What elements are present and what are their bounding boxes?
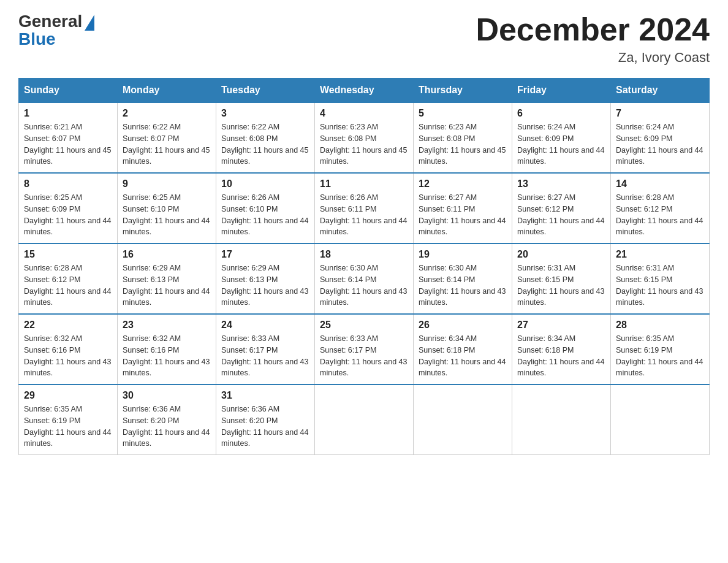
calendar-cell: [315, 385, 414, 455]
day-info: Sunrise: 6:26 AMSunset: 6:11 PMDaylight:…: [320, 192, 408, 238]
calendar-cell: [512, 385, 611, 455]
day-info: Sunrise: 6:23 AMSunset: 6:08 PMDaylight:…: [419, 121, 507, 167]
day-number: 20: [517, 249, 605, 260]
week-row-5: 29 Sunrise: 6:35 AMSunset: 6:19 PMDaylig…: [19, 385, 710, 455]
day-number: 25: [320, 320, 408, 331]
day-info: Sunrise: 6:24 AMSunset: 6:09 PMDaylight:…: [616, 121, 704, 167]
calendar-cell: 2 Sunrise: 6:22 AMSunset: 6:07 PMDayligh…: [118, 102, 216, 173]
day-headers-row: SundayMondayTuesdayWednesdayThursdayFrid…: [19, 79, 710, 103]
day-number: 28: [616, 320, 704, 331]
day-info: Sunrise: 6:28 AMSunset: 6:12 PMDaylight:…: [24, 262, 112, 308]
calendar-cell: 7 Sunrise: 6:24 AMSunset: 6:09 PMDayligh…: [611, 102, 710, 173]
day-number: 14: [616, 178, 704, 190]
calendar-cell: 4 Sunrise: 6:23 AMSunset: 6:08 PMDayligh…: [315, 102, 414, 173]
calendar-cell: 12 Sunrise: 6:27 AMSunset: 6:11 PMDaylig…: [414, 173, 512, 243]
week-row-3: 15 Sunrise: 6:28 AMSunset: 6:12 PMDaylig…: [19, 243, 710, 314]
day-info: Sunrise: 6:31 AMSunset: 6:15 PMDaylight:…: [616, 262, 704, 308]
day-info: Sunrise: 6:30 AMSunset: 6:14 PMDaylight:…: [419, 262, 507, 308]
day-info: Sunrise: 6:22 AMSunset: 6:07 PMDaylight:…: [123, 121, 211, 167]
day-number: 12: [419, 178, 507, 190]
calendar-cell: 8 Sunrise: 6:25 AMSunset: 6:09 PMDayligh…: [19, 173, 118, 243]
day-info: Sunrise: 6:23 AMSunset: 6:08 PMDaylight:…: [320, 121, 408, 167]
calendar-cell: [414, 385, 512, 455]
calendar-cell: 23 Sunrise: 6:32 AMSunset: 6:16 PMDaylig…: [118, 314, 216, 385]
day-info: Sunrise: 6:34 AMSunset: 6:18 PMDaylight:…: [517, 333, 605, 379]
day-info: Sunrise: 6:25 AMSunset: 6:10 PMDaylight:…: [123, 192, 211, 238]
day-info: Sunrise: 6:29 AMSunset: 6:13 PMDaylight:…: [221, 262, 309, 308]
day-number: 21: [616, 249, 704, 260]
day-info: Sunrise: 6:35 AMSunset: 6:19 PMDaylight:…: [24, 404, 112, 450]
day-number: 2: [123, 108, 211, 119]
calendar-cell: 3 Sunrise: 6:22 AMSunset: 6:08 PMDayligh…: [216, 102, 315, 173]
day-info: Sunrise: 6:32 AMSunset: 6:16 PMDaylight:…: [24, 333, 112, 379]
calendar-cell: 26 Sunrise: 6:34 AMSunset: 6:18 PMDaylig…: [414, 314, 512, 385]
calendar-cell: 21 Sunrise: 6:31 AMSunset: 6:15 PMDaylig…: [611, 243, 710, 314]
calendar-cell: 31 Sunrise: 6:36 AMSunset: 6:20 PMDaylig…: [216, 385, 315, 455]
day-number: 4: [320, 108, 408, 119]
day-number: 18: [320, 249, 408, 260]
calendar-cell: 16 Sunrise: 6:29 AMSunset: 6:13 PMDaylig…: [118, 243, 216, 314]
page-header: General Blue December 2024 Za, Ivory Coa…: [18, 12, 710, 66]
day-number: 8: [24, 178, 112, 190]
day-number: 1: [24, 108, 112, 119]
day-info: Sunrise: 6:33 AMSunset: 6:17 PMDaylight:…: [221, 333, 309, 379]
day-info: Sunrise: 6:36 AMSunset: 6:20 PMDaylight:…: [123, 404, 211, 450]
calendar-cell: 24 Sunrise: 6:33 AMSunset: 6:17 PMDaylig…: [216, 314, 315, 385]
calendar-cell: 9 Sunrise: 6:25 AMSunset: 6:10 PMDayligh…: [118, 173, 216, 243]
calendar-cell: 29 Sunrise: 6:35 AMSunset: 6:19 PMDaylig…: [19, 385, 118, 455]
logo: General Blue: [18, 12, 94, 48]
day-info: Sunrise: 6:34 AMSunset: 6:18 PMDaylight:…: [419, 333, 507, 379]
day-number: 31: [221, 390, 309, 401]
day-info: Sunrise: 6:21 AMSunset: 6:07 PMDaylight:…: [24, 121, 112, 167]
day-header-monday: Monday: [118, 79, 216, 103]
day-info: Sunrise: 6:32 AMSunset: 6:16 PMDaylight:…: [123, 333, 211, 379]
calendar-cell: 19 Sunrise: 6:30 AMSunset: 6:14 PMDaylig…: [414, 243, 512, 314]
day-number: 5: [419, 108, 507, 119]
day-number: 15: [24, 249, 112, 260]
day-number: 11: [320, 178, 408, 190]
week-row-2: 8 Sunrise: 6:25 AMSunset: 6:09 PMDayligh…: [19, 173, 710, 243]
day-info: Sunrise: 6:29 AMSunset: 6:13 PMDaylight:…: [123, 262, 211, 308]
calendar-cell: 30 Sunrise: 6:36 AMSunset: 6:20 PMDaylig…: [118, 385, 216, 455]
calendar-cell: 13 Sunrise: 6:27 AMSunset: 6:12 PMDaylig…: [512, 173, 611, 243]
calendar-cell: 1 Sunrise: 6:21 AMSunset: 6:07 PMDayligh…: [19, 102, 118, 173]
day-info: Sunrise: 6:27 AMSunset: 6:12 PMDaylight:…: [517, 192, 605, 238]
day-number: 13: [517, 178, 605, 190]
logo-blue-text: Blue: [18, 31, 56, 48]
day-header-thursday: Thursday: [414, 79, 512, 103]
calendar-table: SundayMondayTuesdayWednesdayThursdayFrid…: [18, 78, 710, 455]
day-number: 24: [221, 320, 309, 331]
day-info: Sunrise: 6:25 AMSunset: 6:09 PMDaylight:…: [24, 192, 112, 238]
day-number: 6: [517, 108, 605, 119]
calendar-cell: 25 Sunrise: 6:33 AMSunset: 6:17 PMDaylig…: [315, 314, 414, 385]
calendar-cell: 17 Sunrise: 6:29 AMSunset: 6:13 PMDaylig…: [216, 243, 315, 314]
calendar-cell: 6 Sunrise: 6:24 AMSunset: 6:09 PMDayligh…: [512, 102, 611, 173]
day-number: 30: [123, 390, 211, 401]
week-row-1: 1 Sunrise: 6:21 AMSunset: 6:07 PMDayligh…: [19, 102, 710, 173]
day-info: Sunrise: 6:22 AMSunset: 6:08 PMDaylight:…: [221, 121, 309, 167]
calendar-cell: 11 Sunrise: 6:26 AMSunset: 6:11 PMDaylig…: [315, 173, 414, 243]
calendar-cell: 10 Sunrise: 6:26 AMSunset: 6:10 PMDaylig…: [216, 173, 315, 243]
day-info: Sunrise: 6:26 AMSunset: 6:10 PMDaylight:…: [221, 192, 309, 238]
day-info: Sunrise: 6:28 AMSunset: 6:12 PMDaylight:…: [616, 192, 704, 238]
month-title: December 2024: [476, 12, 710, 47]
day-number: 17: [221, 249, 309, 260]
day-info: Sunrise: 6:24 AMSunset: 6:09 PMDaylight:…: [517, 121, 605, 167]
calendar-cell: 20 Sunrise: 6:31 AMSunset: 6:15 PMDaylig…: [512, 243, 611, 314]
day-number: 23: [123, 320, 211, 331]
day-number: 7: [616, 108, 704, 119]
calendar-cell: 15 Sunrise: 6:28 AMSunset: 6:12 PMDaylig…: [19, 243, 118, 314]
calendar-cell: 14 Sunrise: 6:28 AMSunset: 6:12 PMDaylig…: [611, 173, 710, 243]
day-number: 26: [419, 320, 507, 331]
week-row-4: 22 Sunrise: 6:32 AMSunset: 6:16 PMDaylig…: [19, 314, 710, 385]
location: Za, Ivory Coast: [476, 50, 710, 66]
title-area: December 2024 Za, Ivory Coast: [476, 12, 710, 66]
day-number: 3: [221, 108, 309, 119]
day-header-sunday: Sunday: [19, 79, 118, 103]
calendar-cell: [611, 385, 710, 455]
logo-general-text: General: [18, 13, 82, 30]
day-number: 29: [24, 390, 112, 401]
day-info: Sunrise: 6:30 AMSunset: 6:14 PMDaylight:…: [320, 262, 408, 308]
day-header-friday: Friday: [512, 79, 611, 103]
day-number: 22: [24, 320, 112, 331]
